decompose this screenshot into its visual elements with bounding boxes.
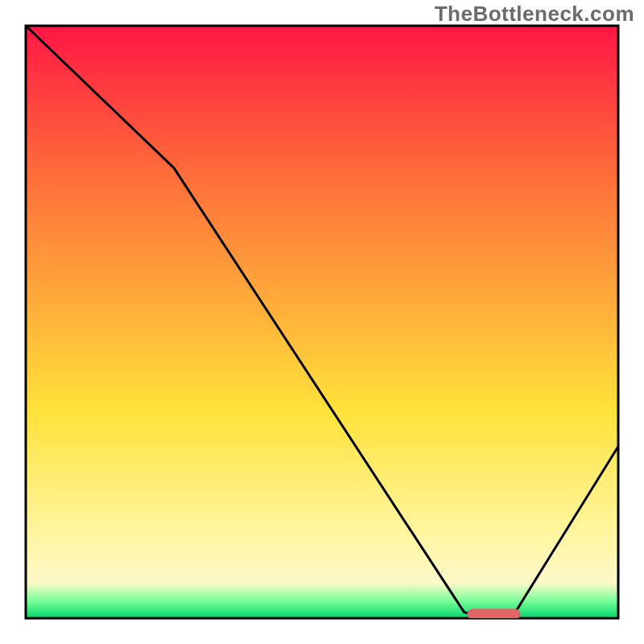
chart-container: TheBottleneck.com [0,0,644,644]
watermark-label: TheBottleneck.com [435,2,634,27]
bottleneck-chart [0,0,644,644]
plot-background [26,26,618,618]
optimal-range-marker [467,609,520,619]
